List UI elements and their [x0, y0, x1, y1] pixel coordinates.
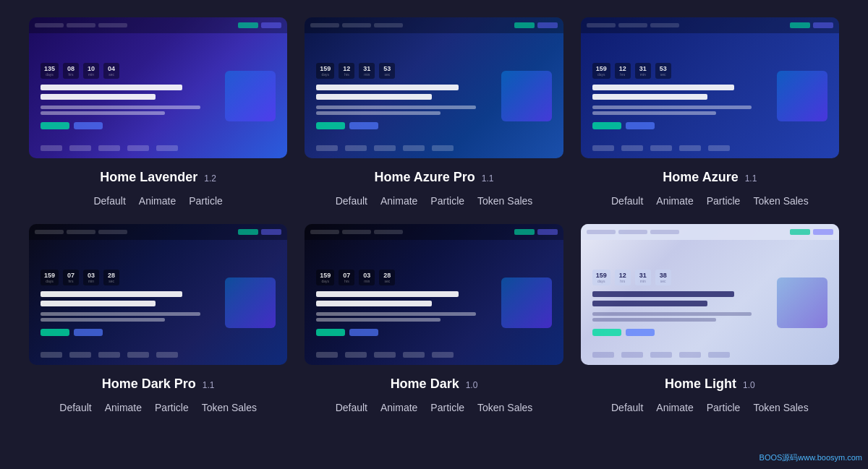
- preview-partners: [41, 144, 276, 152]
- timer-box-3: 28 sec: [379, 270, 395, 285]
- link-lavender-default[interactable]: Default: [93, 195, 125, 207]
- card-title-dark-pro: Home Dark Pro 1.1: [102, 377, 215, 392]
- nav-dot: [587, 23, 616, 27]
- timer-box-2: 03 min: [359, 270, 375, 285]
- preview-btn-secondary: [349, 122, 378, 129]
- card-azure: 159 days 12 hrs 31 min: [581, 17, 839, 207]
- preview-heading2: [592, 94, 707, 100]
- link-azure-token-sales[interactable]: Token Sales: [753, 195, 808, 207]
- preview-heading2: [316, 94, 431, 100]
- link-lavender-particle[interactable]: Particle: [189, 195, 223, 207]
- timer-box-0: 159 days: [316, 270, 334, 285]
- preview-dark-pro[interactable]: 159 days 07 hrs 03 min: [29, 224, 287, 365]
- nav-dot2: [618, 230, 647, 234]
- card-version-azure-pro: 1.1: [482, 173, 494, 184]
- preview-partners: [316, 350, 551, 359]
- link-dark-particle[interactable]: Particle: [430, 402, 464, 413]
- nav-dot2: [67, 230, 95, 234]
- link-dark-pro-default[interactable]: Default: [59, 402, 91, 413]
- timer-box-2: 31 min: [359, 63, 375, 79]
- nav-dot3: [98, 230, 127, 234]
- preview-btn-secondary: [74, 122, 103, 129]
- preview-heading1: [316, 85, 458, 90]
- nav-btn-blue: [537, 229, 558, 235]
- link-azure-animate[interactable]: Animate: [656, 195, 693, 207]
- partner-logo-4: [127, 352, 149, 358]
- preview-graphic-icon: [777, 71, 827, 121]
- partner-logo-5: [432, 352, 454, 358]
- card-lavender: 135 days 08 hrs 10 min: [29, 17, 287, 207]
- timer-box-1: 12 hrs: [615, 270, 631, 285]
- nav-dot2: [67, 23, 95, 27]
- preview-lavender[interactable]: 135 days 08 hrs 10 min: [29, 17, 287, 158]
- link-dark-animate[interactable]: Animate: [380, 402, 417, 413]
- link-azure-pro-particle[interactable]: Particle: [430, 195, 464, 207]
- preview-heading1: [592, 85, 734, 90]
- link-light-token-sales[interactable]: Token Sales: [753, 402, 808, 413]
- nav-dot2: [618, 23, 647, 27]
- nav-dot2: [342, 23, 371, 27]
- preview-btn-secondary: [74, 329, 103, 336]
- card-title-azure: Home Azure 1.1: [663, 170, 757, 185]
- card-links-lavender: DefaultAnimateParticle: [93, 195, 222, 207]
- preview-dark[interactable]: 159 days 07 hrs 03 min: [305, 224, 563, 365]
- link-azure-particle[interactable]: Particle: [707, 195, 741, 207]
- timer-box-0: 159 days: [316, 63, 334, 79]
- link-dark-default[interactable]: Default: [336, 402, 367, 413]
- link-dark-token-sales[interactable]: Token Sales: [477, 402, 532, 413]
- link-dark-pro-particle[interactable]: Particle: [155, 402, 189, 413]
- partner-logo-3: [650, 145, 672, 151]
- card-title-light: Home Light 1.0: [665, 377, 755, 392]
- link-light-default[interactable]: Default: [611, 402, 643, 413]
- nav-dot3: [650, 23, 679, 27]
- partner-logo-1: [592, 145, 614, 151]
- link-azure-pro-token-sales[interactable]: Token Sales: [477, 195, 532, 207]
- partner-logo-2: [69, 145, 91, 151]
- card-title-dark: Home Dark 1.0: [391, 377, 478, 392]
- timer-box-1: 08 hrs: [63, 63, 79, 79]
- preview-graphic-icon: [777, 277, 827, 328]
- nav-btn-green: [514, 22, 535, 28]
- preview-graphic-icon: [225, 277, 276, 328]
- card-version-azure: 1.1: [745, 173, 757, 184]
- partner-logo-4: [403, 352, 425, 358]
- preview-light[interactable]: 159 days 12 hrs 31 min: [581, 224, 839, 365]
- timer-box-2: 03 min: [83, 270, 99, 285]
- link-dark-pro-token-sales[interactable]: Token Sales: [202, 402, 257, 413]
- link-azure-pro-animate[interactable]: Animate: [380, 195, 417, 207]
- partner-logo-1: [316, 352, 338, 358]
- timer-box-0: 159 days: [41, 270, 59, 285]
- preview-btn-primary: [316, 329, 345, 336]
- partner-logo-5: [708, 145, 730, 151]
- link-dark-pro-animate[interactable]: Animate: [105, 402, 142, 413]
- link-lavender-animate[interactable]: Animate: [139, 195, 176, 207]
- partner-logo-4: [679, 352, 701, 358]
- link-azure-default[interactable]: Default: [611, 195, 643, 207]
- card-links-dark-pro: DefaultAnimateParticleToken Sales: [59, 402, 257, 413]
- nav-dot: [35, 230, 64, 234]
- timer-box-0: 135 days: [41, 63, 59, 79]
- card-title-lavender: Home Lavender 1.2: [100, 170, 216, 185]
- link-light-animate[interactable]: Animate: [656, 402, 693, 413]
- nav-dot3: [650, 230, 679, 234]
- timer-box-3: 53 sec: [655, 63, 671, 79]
- nav-btn-blue: [537, 22, 558, 28]
- partner-logo-2: [621, 145, 643, 151]
- preview-subtext1: [316, 106, 476, 109]
- preview-partners: [41, 350, 276, 359]
- partner-logo-3: [374, 145, 396, 151]
- nav-btn-blue: [261, 229, 281, 235]
- partner-logo-3: [98, 145, 120, 151]
- preview-azure-pro[interactable]: 159 days 12 hrs 31 min: [305, 17, 563, 158]
- partner-logo-2: [69, 352, 91, 358]
- preview-subtext1: [41, 106, 200, 109]
- link-azure-pro-default[interactable]: Default: [336, 195, 367, 207]
- watermark-text: BOOS源码www.boosym.com: [760, 452, 862, 463]
- partner-logo-1: [316, 145, 338, 151]
- card-links-azure-pro: DefaultAnimateParticleToken Sales: [336, 195, 533, 207]
- link-light-particle[interactable]: Particle: [707, 402, 741, 413]
- nav-dot: [310, 23, 339, 27]
- preview-azure[interactable]: 159 days 12 hrs 31 min: [581, 17, 839, 158]
- partner-logo-5: [156, 352, 178, 358]
- card-links-dark: DefaultAnimateParticleToken Sales: [336, 402, 533, 413]
